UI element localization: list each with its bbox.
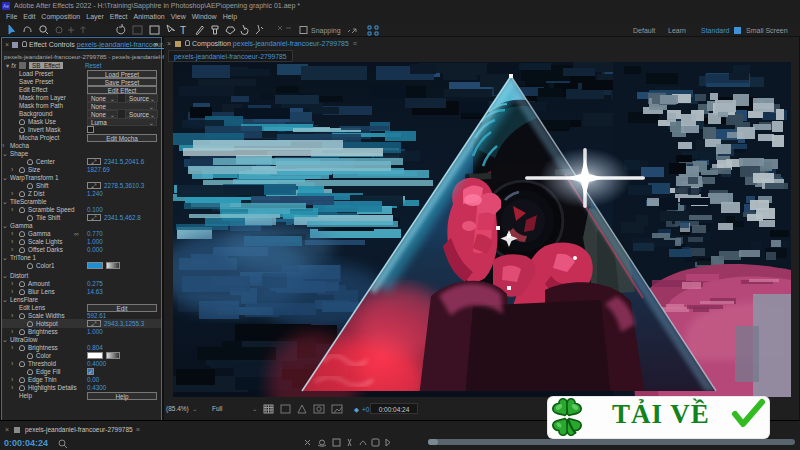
svg-text:Learn: Learn <box>668 27 686 34</box>
svg-text:Default: Default <box>633 27 655 34</box>
svg-text:Snapping: Snapping <box>311 27 341 35</box>
svg-text:Small Screen: Small Screen <box>746 27 788 34</box>
svg-text:◆: ◆ <box>354 406 359 413</box>
svg-text:Standard: Standard <box>701 27 730 34</box>
svg-text:T: T <box>180 25 186 36</box>
